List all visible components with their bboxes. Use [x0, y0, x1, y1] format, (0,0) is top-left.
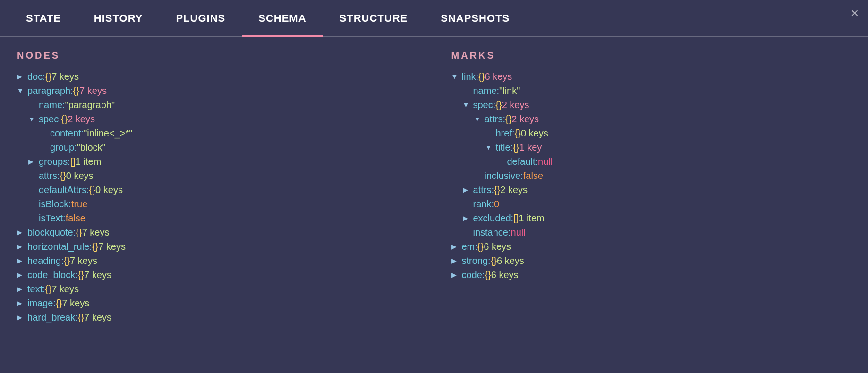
tree-key: paragraph:	[27, 84, 73, 98]
tree-key: hard_break:	[27, 310, 78, 324]
caret-right-icon[interactable]: ▶	[17, 282, 27, 296]
summary: 6 keys	[491, 268, 519, 282]
brackets: {}	[515, 126, 521, 140]
tree-row[interactable]: ▶doc: {} 7 keys	[17, 69, 423, 84]
tree-row[interactable]: ▶hard_break: {} 7 keys	[17, 310, 423, 324]
tree-row: ▶rank: 0	[451, 197, 857, 211]
caret-down-icon[interactable]: ▼	[28, 112, 39, 126]
brackets: {}	[56, 296, 62, 310]
tree-row: ▶name: "link"	[451, 84, 857, 98]
brackets: {}	[78, 310, 84, 324]
summary: 2 keys	[68, 112, 95, 126]
brackets: {}	[477, 239, 484, 254]
tree-key: image:	[27, 296, 56, 310]
brackets: {}	[76, 225, 82, 239]
tree-key: isBlock:	[39, 197, 71, 211]
tree-key: instance:	[473, 225, 511, 239]
caret-right-icon[interactable]: ▶	[17, 310, 27, 324]
caret-right-icon[interactable]: ▶	[17, 225, 27, 239]
tree-row[interactable]: ▶text: {} 7 keys	[17, 282, 423, 296]
tab-plugins[interactable]: PLUGINS	[159, 0, 242, 37]
tree-key: attrs:	[39, 169, 60, 183]
tree-key: code_block:	[27, 268, 78, 282]
tree-key: name:	[39, 98, 65, 112]
tree-row[interactable]: ▶code: {} 6 keys	[451, 268, 857, 282]
summary: 1 item	[76, 154, 101, 169]
caret-right-icon[interactable]: ▶	[17, 69, 27, 84]
caret-right-icon[interactable]: ▶	[17, 239, 27, 254]
caret-right-icon[interactable]: ▶	[451, 268, 462, 282]
tree-key: code:	[462, 268, 485, 282]
tree-row[interactable]: ▼paragraph: {} 7 keys	[17, 84, 423, 98]
tree-row[interactable]: ▶heading: {} 7 keys	[17, 254, 423, 268]
caret-right-icon[interactable]: ▶	[28, 154, 39, 169]
tree-row[interactable]: ▶blockquote: {} 7 keys	[17, 225, 423, 239]
value: "block"	[77, 140, 106, 154]
tab-schema[interactable]: SCHEMA	[242, 0, 323, 37]
summary: 6 keys	[497, 254, 524, 268]
tree-row[interactable]: ▶code_block: {} 7 keys	[17, 268, 423, 282]
tree-row[interactable]: ▶horizontal_rule: {} 7 keys	[17, 239, 423, 254]
brackets: {}	[45, 282, 51, 296]
summary: 7 keys	[79, 84, 107, 98]
tree-row[interactable]: ▼attrs: {} 2 keys	[451, 112, 857, 126]
caret-right-icon[interactable]: ▶	[463, 211, 473, 225]
caret-down-icon[interactable]: ▼	[463, 98, 473, 112]
summary: 1 item	[519, 211, 544, 225]
caret-right-icon[interactable]: ▶	[451, 254, 462, 268]
tree-key: default:	[507, 154, 538, 169]
nodes-tree: ▶doc: {} 7 keys▼paragraph: {} 7 keys▶nam…	[17, 69, 423, 324]
caret-right-icon[interactable]: ▶	[451, 239, 462, 254]
tree-key: name:	[473, 84, 500, 98]
summary: 7 keys	[82, 225, 110, 239]
tree-key: href:	[496, 126, 515, 140]
value: "link"	[499, 84, 520, 98]
tree-row[interactable]: ▶strong: {} 6 keys	[451, 254, 857, 268]
tree-key: groups:	[39, 154, 70, 169]
nodes-heading: NODES	[17, 50, 423, 61]
tree-row[interactable]: ▶em: {} 6 keys	[451, 239, 857, 254]
tree-key: em:	[462, 239, 477, 254]
summary: 6 keys	[484, 239, 511, 254]
tree-key: inclusive:	[485, 169, 523, 183]
tab-structure[interactable]: STRUCTURE	[323, 0, 425, 37]
caret-right-icon[interactable]: ▶	[17, 254, 27, 268]
tab-history[interactable]: HISTORY	[77, 0, 160, 37]
value: "inline<_>*"	[84, 126, 132, 140]
value: false	[523, 169, 543, 183]
tree-row: ▶default: null	[451, 154, 857, 169]
tab-snapshots[interactable]: SNAPSHOTS	[424, 0, 526, 37]
caret-down-icon[interactable]: ▼	[485, 140, 496, 154]
caret-right-icon[interactable]: ▶	[17, 296, 27, 310]
brackets: {}	[89, 183, 95, 197]
tab-state[interactable]: STATE	[9, 0, 77, 37]
caret-down-icon[interactable]: ▼	[17, 84, 27, 98]
caret-right-icon[interactable]: ▶	[463, 183, 473, 197]
tree-key: isText:	[39, 211, 66, 225]
tree-row[interactable]: ▶image: {} 7 keys	[17, 296, 423, 310]
caret-down-icon[interactable]: ▼	[451, 69, 462, 84]
tree-row: ▶group: "block"	[17, 140, 423, 154]
summary: 7 keys	[84, 310, 111, 324]
brackets: {}	[64, 254, 70, 268]
tree-row[interactable]: ▼title: {} 1 key	[451, 140, 857, 154]
tree-row[interactable]: ▶attrs: {} 2 keys	[451, 183, 857, 197]
tree-key: doc:	[27, 69, 45, 84]
summary: 7 keys	[70, 254, 97, 268]
tree-row[interactable]: ▼spec: {} 2 keys	[17, 112, 423, 126]
tree-row[interactable]: ▶groups: [] 1 item	[17, 154, 423, 169]
brackets: {}	[61, 112, 68, 126]
tree-row[interactable]: ▶excluded: [] 1 item	[451, 211, 857, 225]
summary: 6 keys	[485, 69, 512, 84]
summary: 0 keys	[95, 183, 123, 197]
caret-down-icon[interactable]: ▼	[474, 112, 485, 126]
tree-row[interactable]: ▼spec: {} 2 keys	[451, 98, 857, 112]
caret-right-icon[interactable]: ▶	[17, 268, 27, 282]
summary: 2 keys	[502, 98, 529, 112]
tree-key: content:	[50, 126, 84, 140]
tree-key: title:	[496, 140, 513, 154]
brackets: {}	[45, 69, 51, 84]
tree-row[interactable]: ▼link: {} 6 keys	[451, 69, 857, 84]
tree-key: spec:	[39, 112, 61, 126]
close-icon[interactable]: ×	[851, 7, 859, 20]
